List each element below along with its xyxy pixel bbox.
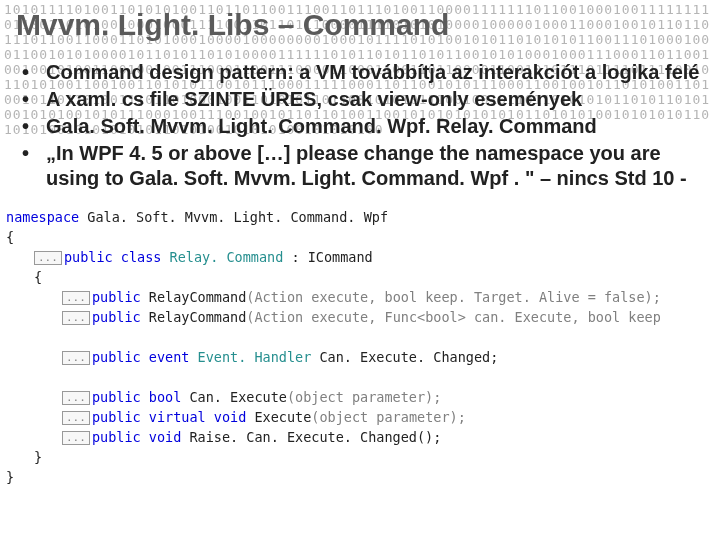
brace-open: { bbox=[6, 267, 714, 287]
ctor-params: (Action execute, bool keep. Target. Aliv… bbox=[246, 289, 661, 305]
collapse-icon[interactable]: ... bbox=[62, 391, 90, 405]
ctor-params: (Action execute, Func<bool> can. Execute… bbox=[246, 309, 661, 325]
page-title: Mvvm. Light. Libs – Command bbox=[16, 8, 704, 42]
method-params: (object parameter); bbox=[311, 409, 465, 425]
keyword-public: public bbox=[92, 309, 141, 325]
bullet-item: A xaml. cs file SZINTE ÜRES, csak view-o… bbox=[22, 87, 704, 112]
method-params: (object parameter); bbox=[287, 389, 441, 405]
class-name: Relay. Command bbox=[161, 249, 291, 265]
method-name: Execute bbox=[246, 409, 311, 425]
keyword-public: public bbox=[92, 289, 141, 305]
collapse-icon[interactable]: ... bbox=[34, 251, 62, 265]
event-type: Event. Handler bbox=[189, 349, 319, 365]
class-implements: : ICommand bbox=[291, 249, 372, 265]
ctor-name: RelayCommand bbox=[141, 309, 247, 325]
method-name: Can. Execute bbox=[181, 389, 287, 405]
brace-open: { bbox=[6, 227, 714, 247]
brace-close: } bbox=[6, 447, 714, 467]
collapse-icon[interactable]: ... bbox=[62, 351, 90, 365]
bullet-list: Command design pattern: a VM továbbítja … bbox=[16, 60, 704, 191]
method-name: Raise. Can. Execute. Changed(); bbox=[181, 429, 441, 445]
ctor-name: RelayCommand bbox=[141, 289, 247, 305]
bullet-item: Command design pattern: a VM továbbítja … bbox=[22, 60, 704, 85]
keyword-namespace: namespace bbox=[6, 209, 79, 225]
keyword-public-virtual-void: public virtual void bbox=[92, 409, 246, 425]
collapse-icon[interactable]: ... bbox=[62, 311, 90, 325]
keyword-public-event: public event bbox=[92, 349, 190, 365]
collapse-icon[interactable]: ... bbox=[62, 291, 90, 305]
brace-close: } bbox=[6, 467, 714, 487]
keyword-public-bool: public bool bbox=[92, 389, 181, 405]
namespace-name: Gala. Soft. Mvvm. Light. Command. Wpf bbox=[79, 209, 388, 225]
collapse-icon[interactable]: ... bbox=[62, 431, 90, 445]
code-snippet: namespace Gala. Soft. Mvvm. Light. Comma… bbox=[0, 201, 720, 487]
collapse-icon[interactable]: ... bbox=[62, 411, 90, 425]
bullet-item: „In WPF 4. 5 or above […] please change … bbox=[22, 141, 704, 191]
bullet-item: Gala. Soft. Mvvm. Light. Command. Wpf. R… bbox=[22, 114, 704, 139]
event-name: Can. Execute. Changed; bbox=[319, 349, 498, 365]
keyword-public-class: public class bbox=[64, 249, 162, 265]
keyword-public-void: public void bbox=[92, 429, 181, 445]
